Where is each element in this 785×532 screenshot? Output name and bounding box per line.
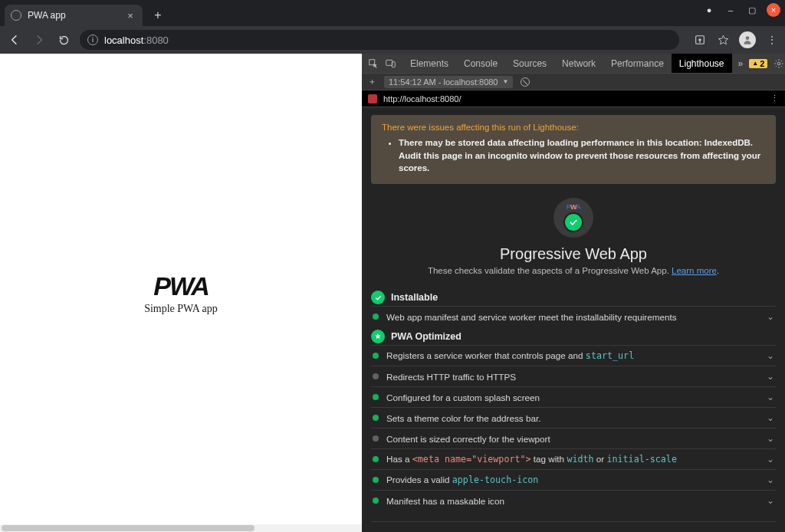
devtools-tab-lighthouse[interactable]: Lighthouse <box>672 54 732 73</box>
lighthouse-heading: Progressive Web App <box>500 245 647 263</box>
chevron-down-icon: ⌄ <box>767 311 774 322</box>
pwa-mini-logo: PWA <box>566 203 580 211</box>
new-tab-button[interactable]: + <box>147 5 169 26</box>
audit-row[interactable]: Has a <meta name="viewport"> tag with wi… <box>371 448 776 469</box>
chevron-down-icon: ⌄ <box>767 454 774 465</box>
audit-row[interactable]: Manifest has a maskable icon⌄ <box>371 490 776 511</box>
devtools-tab-performance[interactable]: Performance <box>603 54 672 73</box>
svg-rect-4 <box>386 60 392 65</box>
browser-menu-button[interactable]: ⋮ <box>765 33 779 47</box>
inspect-icon[interactable] <box>368 58 379 69</box>
forward-button[interactable] <box>31 31 48 48</box>
svg-point-2 <box>746 36 750 40</box>
pwa-caption: Simple PWA app <box>144 303 218 315</box>
lighthouse-url-menu[interactable]: ⋮ <box>770 94 779 103</box>
audit-group-title: Installable <box>391 292 438 303</box>
chevron-down-icon: ⌄ <box>767 433 774 444</box>
info-bullet-icon <box>373 373 379 379</box>
browser-tab[interactable]: PWA app × <box>5 5 143 26</box>
os-dot-icon: ● <box>702 3 716 17</box>
audit-text: Configured for a custom splash screen <box>386 392 759 402</box>
lighthouse-url-row: http://localhost:8080/ ⋮ <box>362 90 785 107</box>
profile-avatar[interactable] <box>739 31 756 48</box>
audit-text: Manifest has a maskable icon <box>386 496 759 506</box>
svg-point-1 <box>698 38 701 41</box>
audit-row[interactable]: Provides a valid apple-touch-icon⌄ <box>371 469 776 490</box>
audit-group-header: Installable <box>371 291 776 304</box>
device-toggle-icon[interactable] <box>385 58 396 69</box>
devtools-tab-sources[interactable]: Sources <box>505 54 554 73</box>
chevron-down-icon: ⌄ <box>767 392 774 402</box>
audit-text: Content is sized correctly for the viewp… <box>386 434 759 444</box>
pass-bullet-icon <box>373 394 379 400</box>
lighthouse-subbar: ＋ 11:54:12 AM - localhost:8080 <box>362 74 785 90</box>
devtools-settings-icon[interactable] <box>774 58 784 69</box>
audit-row[interactable]: Configured for a custom splash screen⌄ <box>371 386 776 407</box>
favicon-icon <box>368 94 377 103</box>
back-button[interactable] <box>6 31 23 48</box>
info-bullet-icon <box>373 435 379 442</box>
audit-text: Sets a theme color for the address bar. <box>386 413 759 423</box>
svg-point-6 <box>778 62 781 65</box>
pass-bullet-icon <box>373 415 379 421</box>
os-minimize-button[interactable]: – <box>724 3 737 17</box>
devtools-tabs-overflow[interactable]: » <box>732 58 750 69</box>
pwa-gauge: PWA <box>553 198 593 238</box>
devtools-topbar: ElementsConsoleSourcesNetworkPerformance… <box>362 54 785 74</box>
pass-bullet-icon <box>373 498 379 504</box>
address-bar[interactable]: i localhost:8080 <box>80 30 679 50</box>
os-maximize-button[interactable]: ▢ <box>745 3 759 17</box>
audit-row[interactable]: Web app manifest and service worker meet… <box>371 306 776 327</box>
chevron-down-icon: ⌄ <box>767 412 774 423</box>
pwa-logo: PWA <box>153 271 208 301</box>
devtools-panel: ElementsConsoleSourcesNetworkPerformance… <box>362 54 785 532</box>
warnings-badge[interactable]: 2 <box>749 59 767 68</box>
check-icon <box>563 212 583 232</box>
lighthouse-report-select[interactable]: 11:54:12 AM - localhost:8080 <box>384 76 513 88</box>
url-text: localhost:8080 <box>104 34 169 46</box>
os-close-button[interactable]: × <box>767 3 780 17</box>
audit-row[interactable]: Sets a theme color for the address bar.⌄ <box>371 407 776 428</box>
audit-text: Web app manifest and service worker meet… <box>386 312 759 322</box>
globe-icon <box>11 10 21 21</box>
chevron-down-icon: ⌄ <box>767 350 774 361</box>
devtools-tab-network[interactable]: Network <box>554 54 603 73</box>
browser-tabstrip: PWA app × + <box>0 0 785 26</box>
browser-toolbar: i localhost:8080 ⋮ <box>0 26 785 54</box>
lighthouse-new-report-button[interactable]: ＋ <box>368 76 376 87</box>
audit-group-title: PWA Optimized <box>391 331 461 342</box>
audit-text: Provides a valid apple-touch-icon <box>386 475 759 485</box>
lighthouse-url-text: http://localhost:8080/ <box>383 94 461 103</box>
devtools-tab-console[interactable]: Console <box>456 54 505 73</box>
audit-text: Registers a service worker that controls… <box>386 350 759 361</box>
warning-title: There were issues affecting this run of … <box>382 123 765 132</box>
install-app-icon[interactable] <box>693 33 707 47</box>
manual-checks-section[interactable]: Additional items to manually check (3) —… <box>371 521 776 532</box>
learn-more-link[interactable]: Learn more <box>672 266 717 275</box>
audit-group-header: PWA Optimized <box>371 330 776 343</box>
clear-icon[interactable] <box>521 77 530 87</box>
horizontal-scrollbar[interactable] <box>0 524 362 532</box>
audit-row[interactable]: Registers a service worker that controls… <box>371 345 776 366</box>
chevron-down-icon: ⌄ <box>767 495 774 506</box>
audit-text: Has a <meta name="viewport"> tag with wi… <box>386 454 759 465</box>
warning-item: There may be stored data affecting loadi… <box>399 136 765 175</box>
pass-bullet-icon <box>373 353 379 359</box>
star-icon <box>371 330 385 343</box>
lighthouse-warning-banner: There were issues affecting this run of … <box>371 115 776 184</box>
site-info-icon[interactable]: i <box>87 34 98 45</box>
pass-bullet-icon <box>373 477 379 483</box>
audit-text: Redirects HTTP traffic to HTTPS <box>386 372 759 382</box>
audit-row[interactable]: Content is sized correctly for the viewp… <box>371 428 776 448</box>
pass-bullet-icon <box>373 456 379 462</box>
devtools-tab-elements[interactable]: Elements <box>402 54 456 73</box>
check-icon <box>371 291 385 304</box>
chevron-down-icon: ⌄ <box>767 475 774 485</box>
reload-button[interactable] <box>55 31 72 48</box>
chevron-down-icon: ⌄ <box>767 371 774 382</box>
pass-bullet-icon <box>373 314 379 320</box>
audit-row[interactable]: Redirects HTTP traffic to HTTPS⌄ <box>371 366 776 386</box>
bookmark-icon[interactable] <box>716 33 730 47</box>
tab-close-button[interactable]: × <box>124 10 136 21</box>
lighthouse-description: These checks validate the aspects of a P… <box>428 266 719 275</box>
